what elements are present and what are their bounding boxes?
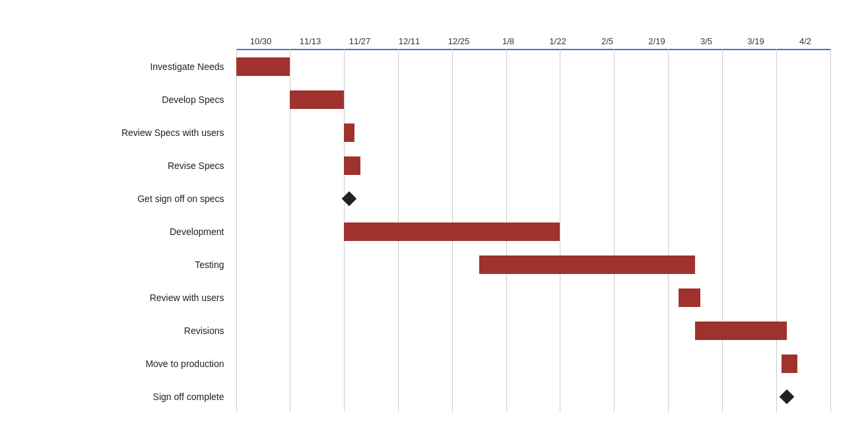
task-bar-area-1 bbox=[236, 83, 830, 116]
date-label-6: 1/22 bbox=[533, 36, 583, 49]
task-bar-area-4 bbox=[236, 182, 830, 215]
task-row-7: Review with users bbox=[25, 281, 830, 314]
task-row-3: Revise Specs bbox=[25, 149, 830, 182]
task-row-2: Review Specs with users bbox=[25, 116, 830, 149]
date-label-0: 10/30 bbox=[236, 36, 286, 49]
date-label-11: 4/2 bbox=[781, 36, 830, 49]
task-diamond-4 bbox=[342, 191, 357, 207]
task-bar-9 bbox=[782, 355, 798, 373]
task-label-10: Sign off complete bbox=[25, 391, 236, 402]
task-label-7: Review with users bbox=[25, 292, 236, 303]
date-label-7: 2/5 bbox=[583, 36, 632, 49]
date-label-8: 2/19 bbox=[632, 36, 682, 49]
grid-line-11 bbox=[830, 49, 831, 412]
task-bar-area-8 bbox=[236, 314, 830, 347]
task-bar-area-2 bbox=[236, 116, 830, 149]
date-label-5: 1/8 bbox=[484, 36, 533, 49]
date-label-10: 3/19 bbox=[731, 36, 781, 49]
task-label-6: Testing bbox=[25, 259, 236, 270]
task-bar-area-9 bbox=[236, 347, 830, 380]
task-bar-1 bbox=[290, 90, 344, 109]
task-row-1: Develop Specs bbox=[25, 83, 830, 116]
task-bar-area-6 bbox=[236, 248, 830, 281]
chart-inner: 10/3011/1311/2712/1112/251/81/222/52/193… bbox=[25, 22, 844, 419]
task-bar-3 bbox=[344, 156, 360, 175]
task-label-3: Revise Specs bbox=[25, 160, 236, 171]
task-label-4: Get sign off on specs bbox=[25, 193, 236, 204]
task-label-8: Revisions bbox=[25, 325, 236, 336]
task-bar-area-7 bbox=[236, 281, 830, 314]
task-bar-5 bbox=[344, 222, 560, 241]
task-bar-2 bbox=[344, 123, 354, 142]
task-bar-area-0 bbox=[236, 50, 830, 83]
task-row-6: Testing bbox=[25, 248, 830, 281]
task-label-5: Development bbox=[25, 226, 236, 237]
task-label-9: Move to production bbox=[25, 358, 236, 369]
task-row-8: Revisions bbox=[25, 314, 830, 347]
task-bar-area-5 bbox=[236, 215, 830, 248]
task-row-10: Sign off complete bbox=[25, 380, 830, 413]
tasks-area: Investigate NeedsDevelop SpecsReview Spe… bbox=[25, 50, 830, 412]
task-label-1: Develop Specs bbox=[25, 94, 236, 105]
date-header: 10/3011/1311/2712/1112/251/81/222/52/193… bbox=[236, 22, 830, 49]
date-label-4: 12/25 bbox=[434, 36, 484, 49]
date-label-9: 3/5 bbox=[682, 36, 731, 49]
task-row-4: Get sign off on specs bbox=[25, 182, 830, 215]
task-row-9: Move to production bbox=[25, 347, 830, 380]
task-label-2: Review Specs with users bbox=[25, 127, 236, 138]
task-bar-area-10 bbox=[236, 380, 830, 413]
task-bar-area-3 bbox=[236, 149, 830, 182]
chart-container: 10/3011/1311/2712/1112/251/81/222/52/193… bbox=[12, 9, 857, 432]
task-row-5: Development bbox=[25, 215, 830, 248]
task-bar-0 bbox=[236, 57, 290, 76]
task-bar-7 bbox=[679, 288, 700, 307]
task-bar-8 bbox=[695, 322, 787, 340]
task-row-0: Investigate Needs bbox=[25, 50, 830, 83]
date-label-1: 11/13 bbox=[286, 36, 335, 49]
date-label-3: 12/11 bbox=[385, 36, 434, 49]
task-label-0: Investigate Needs bbox=[25, 61, 236, 72]
date-label-2: 11/27 bbox=[335, 36, 385, 49]
task-diamond-10 bbox=[780, 390, 795, 405]
task-bar-6 bbox=[479, 255, 695, 274]
